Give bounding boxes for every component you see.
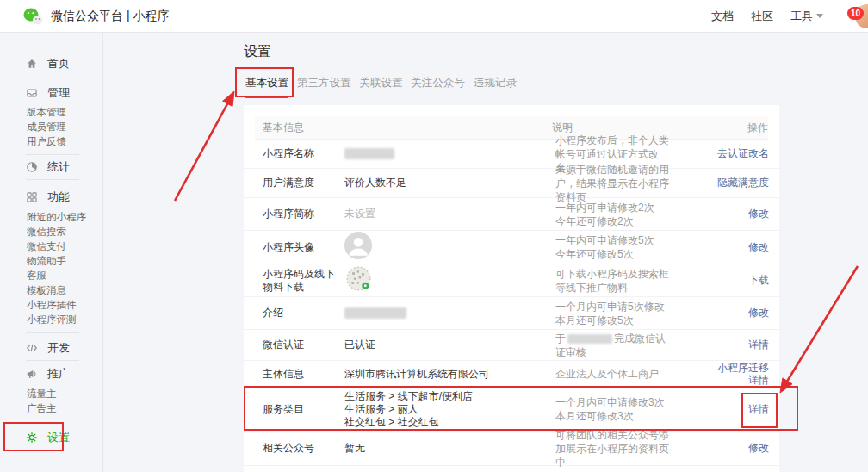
sidebar-item-wechat-search[interactable]: 微信搜索: [27, 226, 66, 239]
table-row: 微信认证 已认证 于完成微信认证审核 详情: [244, 330, 779, 361]
tab-bar: 基本设置 第三方设置 关联设置 关注公众号 违规记录: [245, 76, 517, 98]
gear-icon: [26, 432, 38, 444]
main-content: 设置 基本设置 第三方设置 关联设置 关注公众号 违规记录 基本信息 说明 操作…: [103, 33, 868, 472]
sidebar-item-statistics[interactable]: 统计: [26, 159, 70, 174]
table-header: 基本信息 说明 操作: [255, 116, 768, 140]
topbar-nav: 文档 社区 工具: [711, 9, 823, 24]
action-link-migrate[interactable]: 小程序迁移: [674, 362, 769, 374]
pie-chart-icon: [26, 161, 38, 173]
sidebar-item-develop[interactable]: 开发: [26, 340, 70, 355]
action-link[interactable]: 修改: [674, 442, 769, 455]
sidebar-item-home[interactable]: 首页: [26, 56, 70, 71]
sidebar-item-traffic-owner[interactable]: 流量主: [27, 388, 57, 401]
sidebar-item-manage[interactable]: 管理: [26, 85, 70, 100]
logo-text: 微信公众平台 | 小程序: [51, 9, 169, 24]
sidebar-item-template-message[interactable]: 模板消息: [27, 284, 66, 297]
nav-tools[interactable]: 工具: [790, 9, 823, 24]
table-row: 介绍 一个月内可申请5次修改 本月还可修改5次 修改: [244, 297, 779, 330]
wechat-logo[interactable]: 微信公众平台 | 小程序: [22, 7, 169, 26]
grid-icon: [26, 191, 38, 203]
topbar: 微信公众平台 | 小程序 文档 社区 工具 10: [0, 0, 868, 33]
table-row: 小程序码及线下物料下载 可下载小程序码及搜索框等线下推广物料 下载: [244, 264, 779, 297]
sidebar-item-version-management[interactable]: 版本管理: [27, 106, 66, 119]
sidebar-item-nearby-miniprogram[interactable]: 附近的小程序: [27, 211, 86, 224]
code-icon: [26, 342, 38, 354]
home-icon: [26, 58, 38, 70]
folder-icon: [26, 87, 38, 99]
page-title: 设置: [244, 43, 271, 61]
sidebar-divider: [26, 154, 79, 155]
chevron-down-icon: [816, 14, 823, 18]
sidebar-item-settings[interactable]: 设置: [26, 430, 70, 444]
sidebar-divider: [26, 360, 79, 361]
sidebar: 首页 管理 版本管理 成员管理 用户反馈 统计 功能 附近的小程序 微信搜索 微…: [0, 33, 103, 472]
sidebar-item-promotion[interactable]: 推广: [26, 366, 70, 381]
action-link[interactable]: 去认证改名: [674, 147, 769, 160]
basic-info-card: 基本信息 说明 操作 小程序名称 小程序发布后，非个人类帐号可通过认证方式改名。…: [244, 105, 779, 472]
sidebar-item-customer-service[interactable]: 客服: [27, 270, 46, 283]
redacted-text: [344, 148, 394, 159]
miniprogram-qrcode: [344, 264, 373, 293]
action-link[interactable]: 修改: [674, 307, 769, 320]
miniprogram-avatar-placeholder: [344, 232, 372, 259]
sidebar-item-user-feedback[interactable]: 用户反馈: [27, 135, 66, 148]
table-row: 小程序头像 一年内可申请修改5次 今年还可修改5次 修改: [244, 231, 779, 264]
sidebar-item-miniprogram-plugin[interactable]: 小程序插件: [27, 299, 77, 312]
action-link[interactable]: 修改: [674, 241, 769, 254]
nav-docs[interactable]: 文档: [711, 9, 734, 24]
sidebar-item-member-management[interactable]: 成员管理: [27, 121, 66, 134]
action-link[interactable]: 下载: [674, 274, 769, 287]
action-link-category-detail[interactable]: 详情: [674, 403, 769, 416]
sidebar-item-miniprogram-evaluation[interactable]: 小程序评测: [27, 314, 77, 326]
tab-third-party-settings[interactable]: 第三方设置: [297, 76, 351, 98]
sidebar-divider: [26, 179, 79, 180]
megaphone-icon: [26, 368, 38, 380]
nav-community[interactable]: 社区: [751, 9, 773, 24]
table-row-service-category: 服务类目 生活服务 > 线下超市/便利店 生活服务 > 丽人 社交红包 > 社交…: [244, 388, 779, 432]
table-row: 用户满意度 评价人数不足 来源于微信随机邀请的用户，结果将显示在小程序资料页 隐…: [244, 169, 779, 198]
sidebar-divider: [26, 332, 79, 333]
action-link[interactable]: 修改: [674, 208, 769, 220]
table-row: 相关公众号 暂无 可将团队的相关公众号添加展示在小程序的资料页中 修改: [244, 432, 779, 466]
action-link-detail[interactable]: 详情: [674, 374, 769, 386]
table-row: 小程序简称 未设置 一年内可申请修改2次 今年还可修改2次 修改: [244, 198, 779, 231]
wechat-logo-icon: [22, 7, 43, 26]
sidebar-item-logistics-assistant[interactable]: 物流助手: [27, 255, 66, 268]
tab-violation-records[interactable]: 违规记录: [474, 76, 517, 98]
redacted-text: [567, 334, 612, 344]
notification-badge[interactable]: 10: [847, 7, 864, 20]
table-row: 主体信息 深圳市腾讯计算机系统有限公司 企业法人及个体工商户 小程序迁移 详情: [244, 361, 779, 388]
sidebar-item-advertiser[interactable]: 广告主: [27, 402, 57, 415]
table-row: 小程序名称 小程序发布后，非个人类帐号可通过认证方式改名。 去认证改名: [244, 140, 779, 169]
tab-basic-settings[interactable]: 基本设置: [245, 76, 288, 98]
sidebar-item-features[interactable]: 功能: [26, 189, 70, 204]
redacted-text: [344, 307, 406, 319]
tab-association-settings[interactable]: 关联设置: [360, 76, 403, 98]
action-link[interactable]: 详情: [674, 338, 769, 351]
sidebar-item-wechat-pay[interactable]: 微信支付: [27, 240, 66, 253]
tab-follow-official-account[interactable]: 关注公众号: [412, 76, 466, 98]
action-link[interactable]: 隐藏满意度: [674, 177, 769, 189]
